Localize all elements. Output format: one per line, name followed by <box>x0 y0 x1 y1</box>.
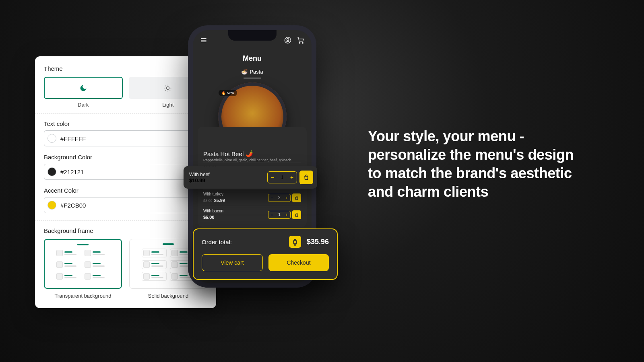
category-indicator <box>193 78 312 78</box>
frame-option-label: Transparent background <box>54 293 111 299</box>
text-color-input[interactable]: #FFFFFF <box>44 130 207 146</box>
theme-section-title: Theme <box>44 65 207 72</box>
color-swatch <box>47 167 56 176</box>
marketing-headline: Your style, your menu - personalize the … <box>368 127 577 201</box>
svg-point-0 <box>167 86 169 89</box>
order-total-label: Order total: <box>202 239 232 245</box>
frame-section-title: Background frame <box>44 227 207 234</box>
sun-icon <box>164 84 172 92</box>
bag-count: 5 <box>294 243 296 247</box>
dish-name: Pasta Hot Beef 🌶️ <box>203 150 301 157</box>
frame-preview-accent <box>77 244 89 245</box>
variant-label: With beef <box>189 172 210 177</box>
svg-point-4 <box>302 42 303 43</box>
add-to-cart-button[interactable] <box>292 210 301 219</box>
variant-popout: With beef $10.99 − 1 + <box>184 166 317 189</box>
color-swatch <box>47 201 56 210</box>
view-cart-button[interactable]: View cart <box>202 254 263 271</box>
quantity-value: 1 <box>276 212 283 217</box>
hamburger-icon[interactable] <box>199 36 208 45</box>
moon-icon <box>79 84 87 92</box>
variant-price: $10.99 <box>189 177 210 183</box>
variant-price: $5.99 <box>214 198 225 203</box>
variant-label: With turkey <box>203 192 225 196</box>
svg-point-2 <box>287 39 289 41</box>
menu-category[interactable]: 🍜 Pasta <box>193 69 312 75</box>
plus-icon[interactable]: + <box>287 172 297 183</box>
variant-old-price: $8.99 <box>203 199 213 203</box>
theme-option-label: Dark <box>78 102 89 108</box>
bag-icon[interactable]: 5 <box>289 236 301 248</box>
theme-option-dark[interactable]: Dark <box>44 77 123 108</box>
text-color-label: Text color <box>44 120 207 127</box>
variant-price: $6.00 <box>203 215 215 220</box>
frame-preview-accent <box>163 243 174 245</box>
dish-description: Pappardelle, olive oil, garlic, chili pe… <box>203 158 301 162</box>
accent-color-value: #F2CB00 <box>60 202 86 209</box>
add-to-cart-button[interactable] <box>299 171 313 184</box>
color-swatch <box>47 134 56 143</box>
variant-row: With turkey $8.99$5.99 −2+ <box>203 189 301 206</box>
menu-title: Menu <box>193 54 312 63</box>
quantity-value: 1 <box>277 175 287 180</box>
minus-icon[interactable]: − <box>268 172 277 183</box>
account-icon[interactable] <box>283 36 292 45</box>
background-color-input[interactable]: #212121 <box>44 164 207 180</box>
plus-icon[interactable]: + <box>283 194 290 202</box>
phone-notch <box>228 30 277 41</box>
quantity-stepper[interactable]: − 1 + <box>267 171 297 183</box>
background-color-label: Background Color <box>44 154 207 160</box>
order-total-bar: Order total: 5 $35.96 View cart Checkout <box>193 228 338 280</box>
quantity-stepper[interactable]: −2+ <box>268 194 291 202</box>
accent-color-input[interactable]: #F2CB00 <box>44 197 207 213</box>
variant-row: With bacon $6.00 −1+ <box>203 206 301 223</box>
order-total-value: $35.96 <box>307 238 329 246</box>
new-badge: 🔥 New <box>219 90 237 96</box>
plus-icon[interactable]: + <box>283 211 290 218</box>
checkout-button[interactable]: Checkout <box>268 254 329 271</box>
background-color-value: #212121 <box>60 169 84 175</box>
minus-icon[interactable]: − <box>268 211 276 218</box>
pasta-emoji-icon: 🍜 <box>241 69 248 75</box>
variant-label: With bacon <box>203 209 223 213</box>
minus-icon[interactable]: − <box>268 194 276 202</box>
frame-option-label: Solid background <box>148 293 188 299</box>
accent-color-label: Accent Color <box>44 187 207 194</box>
cart-icon[interactable] <box>296 36 305 45</box>
chili-icon: 🌶️ <box>246 150 253 157</box>
frame-option-transparent[interactable]: Transparent background <box>44 239 122 299</box>
theme-option-label: Light <box>162 102 173 108</box>
quantity-stepper[interactable]: −1+ <box>268 211 291 219</box>
quantity-value: 2 <box>276 195 283 200</box>
svg-point-3 <box>299 42 300 43</box>
add-to-cart-button[interactable] <box>292 193 301 202</box>
text-color-value: #FFFFFF <box>60 135 86 142</box>
